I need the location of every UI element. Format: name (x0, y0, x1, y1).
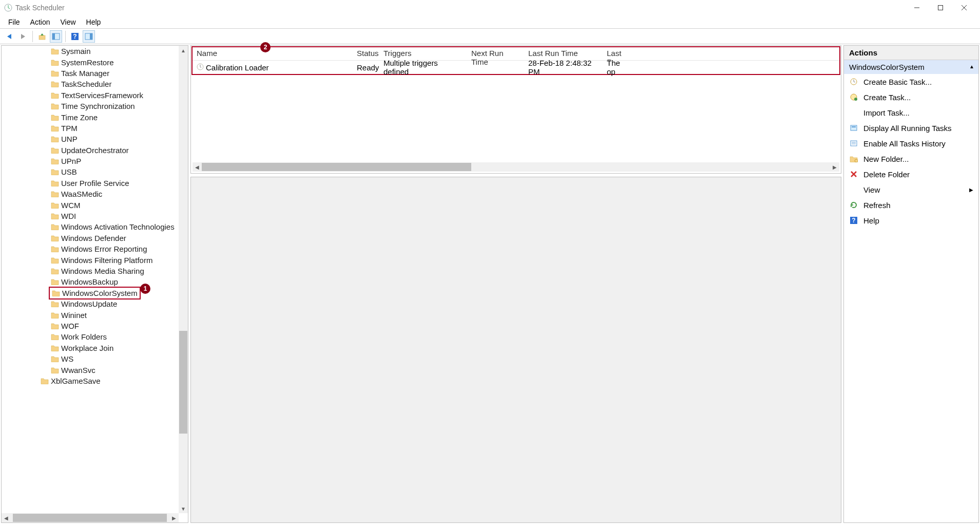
tree-item-label: Windows Error Reporting (61, 245, 147, 253)
menu-file[interactable]: File (3, 16, 25, 28)
action-display-all-running-tasks[interactable]: Display All Running Tasks (844, 120, 978, 136)
folder-icon (51, 246, 59, 252)
show-hide-console-tree-button[interactable] (50, 30, 62, 43)
tree-item-waasmedic[interactable]: WaaSMedic (2, 189, 179, 199)
action-help[interactable]: ?Help (844, 213, 978, 228)
action-item-label: Import Task... (863, 108, 910, 117)
action-enable-all-tasks-history[interactable]: Enable All Tasks History (844, 136, 978, 151)
tree-item-systemrestore[interactable]: SystemRestore (2, 57, 179, 67)
tree-item-user-profile-service[interactable]: User Profile Service (2, 178, 179, 189)
action-create-basic-task[interactable]: Create Basic Task... (844, 74, 978, 89)
svg-rect-7 (52, 33, 55, 40)
folder-icon (51, 333, 59, 340)
tree-item-task-manager[interactable]: Task Manager (2, 68, 179, 79)
scrollbar-thumb[interactable] (202, 163, 471, 171)
tree-item-windowsupdate[interactable]: WindowsUpdate (2, 298, 179, 309)
action-item-label: Delete Folder (863, 170, 910, 179)
tree-item-ws[interactable]: WS (2, 353, 179, 364)
folder-icon (51, 92, 59, 99)
actions-group-label: WindowsColorSystem (849, 63, 925, 71)
action-create-task[interactable]: Create Task... (844, 89, 978, 105)
tree-item-windowsbackup[interactable]: WindowsBackup (2, 276, 179, 287)
menu-action[interactable]: Action (25, 16, 55, 28)
tree-vertical-scrollbar[interactable]: ▲ ▼ (179, 46, 188, 513)
tree-item-label: Workplace Join (61, 344, 113, 352)
tree-item-unp[interactable]: UNP (2, 134, 179, 144)
tree-item-wininet[interactable]: Wininet (2, 309, 179, 320)
column-header-next-run[interactable]: Next Run Time (467, 47, 524, 60)
task-detail-pane (190, 177, 841, 523)
action-view[interactable]: View▶ (844, 182, 978, 197)
tree-item-taskscheduler[interactable]: TaskScheduler (2, 79, 179, 89)
annotation-badge-2: 2 (260, 42, 271, 52)
folder-icon (51, 125, 59, 132)
delete-folder-icon (849, 170, 858, 179)
tree-item-wcm[interactable]: WCM (2, 199, 179, 210)
help-toolbar-button[interactable]: ? (69, 30, 81, 43)
tree-item-xblgamesave[interactable]: XblGameSave (2, 376, 179, 386)
tree-item-work-folders[interactable]: Work Folders (2, 331, 179, 342)
task-row[interactable]: Calibration Loader Ready Multiple trigge… (193, 61, 839, 74)
minimize-button[interactable] (905, 0, 929, 15)
actions-pane: Actions WindowsColorSystem ▲ Create Basi… (843, 45, 979, 523)
menu-help[interactable]: Help (81, 16, 106, 28)
action-import-task[interactable]: Import Task... (844, 105, 978, 120)
action-item-label: Refresh (863, 201, 891, 210)
tree-item-windows-error-reporting[interactable]: Windows Error Reporting (2, 244, 179, 254)
tree-item-textservicesframework[interactable]: TextServicesFramework (2, 90, 179, 101)
scrollbar-thumb[interactable] (179, 331, 187, 434)
tree-item-label: USB (61, 167, 77, 176)
show-hide-action-pane-button[interactable] (83, 30, 95, 43)
actions-group-header[interactable]: WindowsColorSystem ▲ (844, 60, 978, 74)
back-button[interactable] (3, 30, 15, 43)
display-running-icon (849, 123, 858, 133)
maximize-button[interactable] (929, 0, 952, 15)
tree-item-label: Time Synchronization (61, 102, 135, 110)
forward-button[interactable] (17, 30, 29, 43)
tree-item-workplace-join[interactable]: Workplace Join (2, 343, 179, 353)
tree-item-wdi[interactable]: WDI (2, 211, 179, 221)
help-icon: ? (849, 216, 858, 225)
tree-item-sysmain[interactable]: Sysmain (2, 46, 179, 57)
folder-icon (51, 268, 59, 274)
tree-item-wof[interactable]: WOF (2, 321, 179, 331)
tree-horizontal-scrollbar[interactable]: ◀ ▶ (2, 513, 179, 522)
column-header-name[interactable]: Name (193, 47, 353, 60)
folder-icon (51, 301, 59, 307)
tree-item-updateorchestrator[interactable]: UpdateOrchestrator (2, 145, 179, 156)
action-refresh[interactable]: Refresh (844, 197, 978, 213)
tree-item-upnp[interactable]: UPnP (2, 156, 179, 166)
tree-item-windowscolorsystem[interactable]: WindowsColorSystem (2, 288, 179, 298)
tree-item-label: Windows Activation Technologies (61, 222, 175, 231)
app-icon (4, 4, 12, 12)
close-button[interactable] (952, 0, 976, 15)
task-list-horizontal-scrollbar[interactable]: ◀ ▶ (193, 162, 839, 172)
tree-item-windows-defender[interactable]: Windows Defender (2, 233, 179, 244)
up-one-level-button[interactable] (36, 30, 48, 43)
folder-icon (51, 70, 59, 77)
action-new-folder[interactable]: New Folder... (844, 151, 978, 166)
tree-item-label: WindowsUpdate (61, 300, 117, 308)
tree-item-windows-media-sharing[interactable]: Windows Media Sharing (2, 266, 179, 276)
tree-item-tpm[interactable]: TPM (2, 123, 179, 134)
task-name: Calibration Loader (206, 63, 269, 72)
folder-icon (51, 147, 59, 154)
task-icon (197, 63, 204, 72)
scrollbar-thumb[interactable] (13, 514, 167, 522)
tree-item-windows-activation-technologies[interactable]: Windows Activation Technologies (2, 221, 179, 232)
column-header-status[interactable]: Status (353, 47, 379, 60)
tree-item-windows-filtering-platform[interactable]: Windows Filtering Platform (2, 254, 179, 265)
folder-icon (51, 169, 59, 175)
tree-list[interactable]: SysmainSystemRestoreTask ManagerTaskSche… (2, 46, 179, 513)
submenu-arrow-icon: ▶ (969, 187, 973, 193)
menu-view[interactable]: View (55, 16, 81, 28)
action-delete-folder[interactable]: Delete Folder (844, 166, 978, 182)
blank-icon (849, 108, 858, 117)
tree-item-time-zone[interactable]: Time Zone (2, 111, 179, 122)
folder-icon (51, 235, 59, 241)
tree-item-usb[interactable]: USB (2, 166, 179, 177)
tree-item-wwansvc[interactable]: WwanSvc (2, 364, 179, 375)
folder-icon (51, 180, 59, 186)
svg-rect-2 (938, 6, 943, 10)
tree-item-time-synchronization[interactable]: Time Synchronization (2, 101, 179, 111)
